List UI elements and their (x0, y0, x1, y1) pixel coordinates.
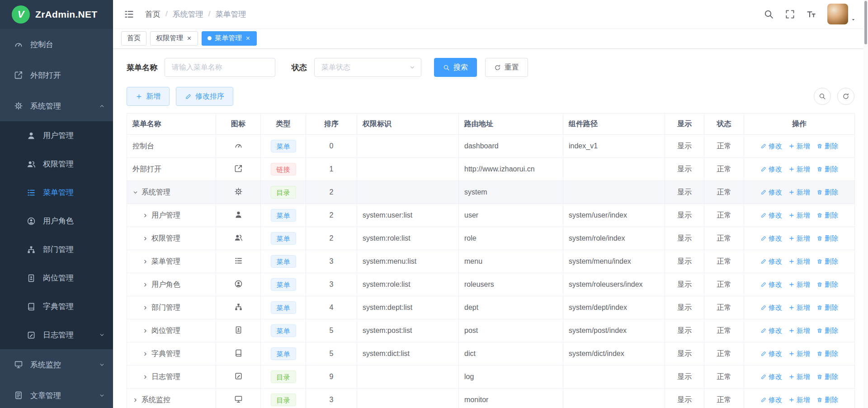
table-row[interactable]: 系统管理目录2system显示正常修改新增删除 (127, 181, 855, 204)
fullscreen-icon[interactable] (785, 9, 795, 19)
row-add-link[interactable]: 新增 (788, 396, 810, 404)
row-edit-link[interactable]: 修改 (760, 211, 782, 220)
table-row[interactable]: 日志管理目录9log显示正常修改新增删除 (127, 365, 855, 389)
row-add-link[interactable]: 新增 (788, 304, 810, 312)
plus-icon (788, 189, 795, 195)
edit-icon (185, 93, 192, 100)
sidebar-item-article[interactable]: 文章管理 (0, 380, 113, 408)
table-row[interactable]: 部门管理菜单4system:dept:listdeptsystem/dept/i… (127, 296, 855, 319)
row-add-link[interactable]: 新增 (788, 373, 810, 381)
tab-menu[interactable]: 菜单管理 (202, 31, 257, 46)
row-add-link[interactable]: 新增 (788, 188, 810, 197)
sidebar-item-system[interactable]: 系统管理 (0, 90, 113, 121)
sidebar-item-user[interactable]: 用户管理 (0, 121, 113, 150)
row-edit-link[interactable]: 修改 (760, 327, 782, 335)
chevron-right-icon[interactable] (142, 259, 148, 265)
row-delete-link[interactable]: 删除 (816, 257, 838, 266)
row-edit-link[interactable]: 修改 (760, 165, 782, 174)
table-row[interactable]: 外部打开链接1http://www.izhaorui.cn显示正常修改新增删除 (127, 158, 855, 181)
sidebar-item-dashboard[interactable]: 控制台 (0, 29, 113, 60)
row-add-link[interactable]: 新增 (788, 211, 810, 220)
table-row[interactable]: 字典管理菜单5system:dict:listdictsystem/dict/i… (127, 342, 855, 365)
visible-value: 显示 (665, 365, 704, 389)
close-icon[interactable] (245, 35, 251, 41)
user-menu[interactable] (827, 4, 856, 24)
chevron-right-icon[interactable] (142, 236, 148, 242)
scrollbar-track[interactable] (863, 0, 868, 408)
sidebar-item-external[interactable]: 外部打开 (0, 60, 113, 90)
tab-role[interactable]: 权限管理 (150, 31, 198, 46)
table-row[interactable]: 权限管理菜单2system:role:listrolesystem/role/i… (127, 227, 855, 250)
close-icon[interactable] (186, 35, 192, 41)
row-add-link[interactable]: 新增 (788, 280, 810, 289)
row-edit-link[interactable]: 修改 (760, 234, 782, 243)
row-delete-link[interactable]: 删除 (816, 327, 838, 335)
row-delete-link[interactable]: 删除 (816, 211, 838, 220)
row-edit-link[interactable]: 修改 (760, 304, 782, 312)
row-edit-link[interactable]: 修改 (760, 280, 782, 289)
chevron-down-icon[interactable] (132, 190, 138, 195)
sidebar-item-roleusers[interactable]: 用户角色 (0, 207, 113, 235)
row-delete-link[interactable]: 删除 (816, 373, 838, 381)
chevron-right-icon[interactable] (142, 328, 148, 334)
status-select[interactable]: 菜单状态 (314, 58, 421, 77)
table-row[interactable]: 用户角色菜单3system:role:listroleuserssystem/r… (127, 273, 855, 296)
row-add-link[interactable]: 新增 (788, 327, 810, 335)
row-add-link[interactable]: 新增 (788, 350, 810, 358)
row-delete-link[interactable]: 删除 (816, 304, 838, 312)
row-delete-link[interactable]: 删除 (816, 350, 838, 358)
chevron-right-icon[interactable] (132, 397, 138, 403)
tab-home[interactable]: 首页 (121, 31, 146, 46)
row-edit-link[interactable]: 修改 (760, 373, 782, 381)
menu-name-input[interactable] (165, 58, 275, 77)
row-add-link[interactable]: 新增 (788, 142, 810, 151)
row-edit-link[interactable]: 修改 (760, 188, 782, 197)
row-edit-link[interactable]: 修改 (760, 396, 782, 404)
chevron-right-icon[interactable] (142, 213, 148, 218)
row-add-link[interactable]: 新增 (788, 234, 810, 243)
row-add-link[interactable]: 新增 (788, 165, 810, 174)
sidebar-item-dict[interactable]: 字典管理 (0, 292, 113, 321)
sidebar-item-log[interactable]: 日志管理 (0, 321, 113, 349)
sidebar-item-role[interactable]: 权限管理 (0, 150, 113, 178)
sidebar-item-menu[interactable]: 菜单管理 (0, 178, 113, 207)
font-size-icon[interactable] (806, 9, 816, 19)
search-toggle-button[interactable] (814, 88, 831, 105)
row-delete-link[interactable]: 删除 (816, 188, 838, 197)
chevron-right-icon[interactable] (142, 351, 148, 357)
sidebar-toggle-icon[interactable] (124, 9, 134, 19)
reset-button[interactable]: 重置 (485, 58, 528, 77)
refresh-icon (494, 64, 501, 71)
table-row[interactable]: 控制台菜单0dashboardindex_v1显示正常修改新增删除 (127, 135, 855, 158)
row-delete-link[interactable]: 删除 (816, 165, 838, 174)
row-add-link[interactable]: 新增 (788, 257, 810, 266)
breadcrumb-item-home[interactable]: 首页 (145, 9, 160, 19)
table-row[interactable]: 岗位管理菜单5system:post:listpostsystem/post/i… (127, 319, 855, 342)
row-delete-link[interactable]: 删除 (816, 396, 838, 404)
table-row[interactable]: 菜单管理菜单3system:menu:listmenusystem/menu/i… (127, 250, 855, 273)
row-edit-link[interactable]: 修改 (760, 257, 782, 266)
row-delete-link[interactable]: 删除 (816, 280, 838, 289)
row-edit-link[interactable]: 修改 (760, 350, 782, 358)
sort-button[interactable]: 修改排序 (176, 87, 233, 106)
chevron-right-icon[interactable] (142, 282, 148, 288)
scrollbar-thumb[interactable] (864, 1, 867, 44)
route-value: dict (459, 342, 563, 365)
edit-icon (760, 235, 767, 242)
search-icon[interactable] (764, 9, 774, 19)
delete-icon (816, 235, 823, 242)
table-row[interactable]: 系统监控目录3monitor显示正常修改新增删除 (127, 389, 855, 408)
row-edit-link[interactable]: 修改 (760, 142, 782, 151)
chevron-right-icon[interactable] (142, 374, 148, 380)
app-logo[interactable]: V ZrAdmin.NET (0, 0, 113, 29)
add-button[interactable]: 新增 (127, 87, 170, 106)
table-refresh-button[interactable] (837, 88, 854, 105)
sidebar-item-dept[interactable]: 部门管理 (0, 235, 113, 264)
chevron-right-icon[interactable] (142, 305, 148, 311)
table-row[interactable]: 用户管理菜单2system:user:listusersystem/user/i… (127, 204, 855, 227)
sidebar-item-monitor[interactable]: 系统监控 (0, 349, 113, 380)
search-button[interactable]: 搜索 (434, 58, 477, 77)
row-delete-link[interactable]: 删除 (816, 234, 838, 243)
sidebar-item-post[interactable]: 岗位管理 (0, 264, 113, 292)
row-delete-link[interactable]: 删除 (816, 142, 838, 151)
